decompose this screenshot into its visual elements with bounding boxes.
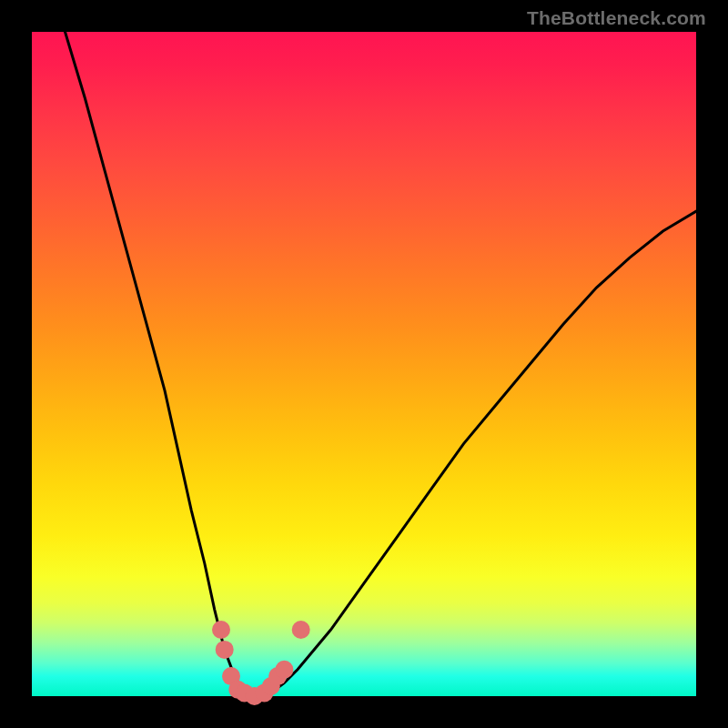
data-point <box>275 661 293 679</box>
chart-svg <box>32 32 696 696</box>
data-markers <box>212 621 310 705</box>
outer-frame: TheBottleneck.com <box>0 0 728 728</box>
watermark-text: TheBottleneck.com <box>527 7 706 29</box>
bottleneck-curve <box>66 32 697 696</box>
data-point <box>212 621 230 639</box>
data-point <box>216 641 234 659</box>
data-point <box>292 621 310 639</box>
